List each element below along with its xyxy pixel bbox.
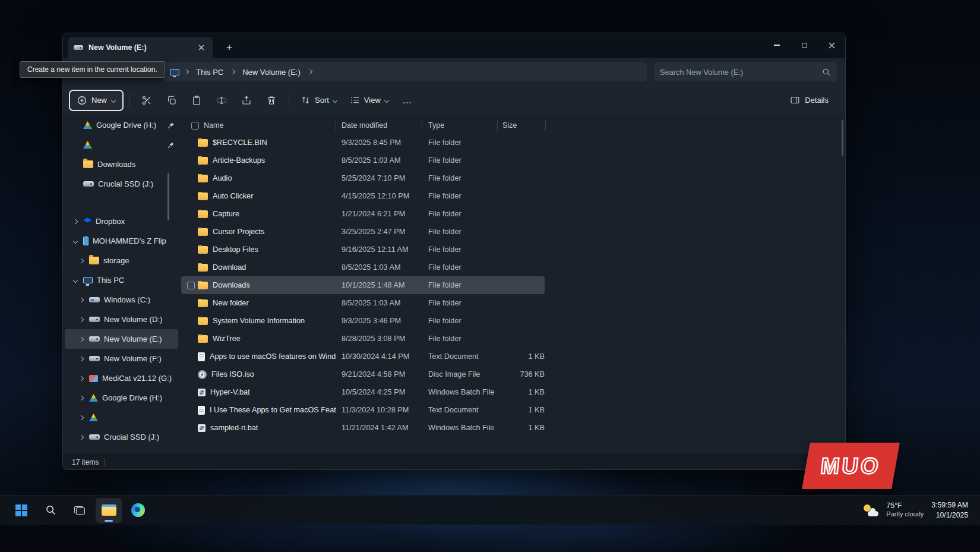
file-row[interactable]: System Volume Information 9/3/2025 3:46 … xyxy=(181,312,545,330)
taskbar-clock[interactable]: 3:59:59 AM 10/1/2025 xyxy=(931,500,968,520)
file-row[interactable]: Desktop Files 9/16/2025 12:11 AM File fo… xyxy=(181,241,545,258)
file-name: Cursor Projects xyxy=(213,228,264,236)
sort-button[interactable]: Sort xyxy=(295,90,343,111)
task-view-button[interactable] xyxy=(67,498,93,523)
taskbar-search-button[interactable] xyxy=(37,498,64,523)
column-header-size[interactable]: Size xyxy=(498,121,546,131)
new-tab-button[interactable]: + xyxy=(222,40,236,54)
file-row[interactable]: Capture 1/21/2024 6:21 PM File folder xyxy=(181,205,545,223)
file-row[interactable]: $RECYCLE.BIN 9/3/2025 8:45 PM File folde… xyxy=(181,134,545,152)
taskbar-app-button[interactable] xyxy=(125,498,151,523)
file-row[interactable]: Apps to use macOS features on Wind… 10/3… xyxy=(181,348,545,365)
cut-button[interactable] xyxy=(135,90,159,111)
tooltip: Create a new item in the current locatio… xyxy=(20,61,165,78)
start-button[interactable] xyxy=(8,498,34,523)
sidebar-item[interactable]: Windows (C:) xyxy=(65,290,178,310)
new-button[interactable]: New xyxy=(69,90,124,111)
select-all-checkbox[interactable] xyxy=(191,122,199,130)
file-date-modified: 8/28/2025 3:08 PM xyxy=(336,335,422,343)
sidebar-item[interactable]: Google Drive (H:) xyxy=(65,115,178,135)
sidebar-item[interactable]: New Volume (E:) xyxy=(65,329,178,349)
sidebar-scrollbar[interactable] xyxy=(167,173,169,220)
sidebar-item[interactable]: This PC xyxy=(65,270,178,290)
sidebar-item[interactable]: New Volume (F:) xyxy=(65,349,178,368)
sidebar-item[interactable] xyxy=(65,135,178,154)
sidebar-item[interactable]: MediCat v21.12 (G:) xyxy=(65,368,178,388)
sidebar-item[interactable]: New Volume (D:) xyxy=(65,310,178,329)
file-row[interactable]: WizTree 8/28/2025 3:08 PM File folder xyxy=(181,330,545,348)
sidebar-item[interactable]: Downloads xyxy=(65,154,178,174)
more-options-button[interactable]: … xyxy=(396,90,419,111)
sidebar-item[interactable]: MOHAMMED's Z Flip xyxy=(65,231,178,251)
column-header-date-modified[interactable]: Date modified xyxy=(336,121,422,131)
window-caption-buttons xyxy=(763,33,845,57)
file-row[interactable]: Files ISO.iso 9/21/2024 4:58 PM Disc Ima… xyxy=(181,365,545,383)
explorer-tab[interactable]: New Volume (E:) xyxy=(68,37,213,58)
chevron-icon[interactable] xyxy=(79,395,84,400)
file-row[interactable]: Article-Backups 8/5/2025 1:03 AM File fo… xyxy=(181,152,545,169)
chevron-icon[interactable] xyxy=(79,258,84,263)
file-row[interactable]: Cursor Projects 3/25/2025 2:47 PM File f… xyxy=(181,223,545,241)
sidebar-item[interactable]: Crucial SSD (J:) xyxy=(65,174,178,194)
sidebar-item[interactable]: Local Disk (K:) xyxy=(65,447,178,454)
maximize-button[interactable] xyxy=(791,33,818,57)
breadcrumb-new-volume-e[interactable]: New Volume (E:) xyxy=(240,66,303,78)
address-bar[interactable]: This PC New Volume (E:) xyxy=(163,62,647,81)
sidebar-item[interactable]: Dropbox xyxy=(65,212,178,231)
chevron-down-icon xyxy=(333,97,337,102)
search-input[interactable] xyxy=(660,68,817,77)
status-bar: 17 items xyxy=(63,454,845,469)
chevron-slot xyxy=(72,182,79,186)
search-box[interactable] xyxy=(654,62,837,81)
chevron-slot xyxy=(72,143,79,147)
file-icon xyxy=(198,246,208,254)
file-row[interactable]: I Use These Apps to Get macOS Featu… 11/… xyxy=(181,401,545,419)
view-button[interactable]: View xyxy=(344,90,394,111)
file-row[interactable]: Hyper-V.bat 10/5/2024 4:25 PM Windows Ba… xyxy=(181,383,545,401)
breadcrumb-this-pc[interactable]: This PC xyxy=(194,66,226,78)
file-row[interactable]: New folder 8/5/2025 1:03 AM File folder xyxy=(181,294,545,312)
tab-close-icon[interactable] xyxy=(196,42,207,53)
file-list-scrollbar[interactable] xyxy=(842,120,843,156)
sidebar-item-icon xyxy=(83,121,92,129)
chevron-icon[interactable] xyxy=(73,238,78,243)
chevron-icon[interactable] xyxy=(73,219,78,223)
minimize-button[interactable] xyxy=(763,33,791,57)
chevron-icon[interactable] xyxy=(79,376,84,380)
chevron-icon[interactable] xyxy=(79,356,84,361)
app-icon xyxy=(131,503,145,517)
chevron-icon[interactable] xyxy=(79,415,84,419)
chevron-icon[interactable] xyxy=(79,434,84,439)
sidebar-item[interactable]: Crucial SSD (J:) xyxy=(65,427,178,447)
sidebar-item[interactable] xyxy=(65,408,178,427)
chevron-icon[interactable] xyxy=(79,336,84,341)
weather-widget[interactable]: 75°F Partly cloudy xyxy=(886,501,924,519)
taskbar: 75°F Partly cloudy 3:59:59 AM 10/1/2025 xyxy=(0,495,980,525)
row-checkbox[interactable] xyxy=(187,282,195,289)
copy-button[interactable] xyxy=(160,90,184,111)
file-row[interactable]: Downloads 10/1/2025 1:48 AM File folder xyxy=(181,276,545,294)
file-date-modified: 10/30/2024 4:14 PM xyxy=(336,352,422,361)
share-button[interactable] xyxy=(235,90,258,111)
file-date-modified: 11/21/2024 1:42 AM xyxy=(336,424,422,432)
details-view-button[interactable]: Details xyxy=(784,90,834,111)
file-explorer-taskbar-button[interactable] xyxy=(96,498,122,523)
file-row[interactable]: Auto Clicker 4/15/2025 12:10 PM File fol… xyxy=(181,187,545,205)
paste-button[interactable] xyxy=(185,90,208,111)
chevron-icon[interactable] xyxy=(79,317,84,321)
file-row[interactable]: sampled-ri.bat 11/21/2024 1:42 AM Window… xyxy=(181,419,545,437)
delete-button[interactable] xyxy=(260,90,283,111)
file-name: $RECYCLE.BIN xyxy=(213,138,267,147)
column-header-name[interactable]: Name xyxy=(180,121,336,131)
column-header-type[interactable]: Type xyxy=(422,121,498,131)
close-button[interactable] xyxy=(818,33,845,57)
rename-button[interactable] xyxy=(210,90,233,111)
file-row[interactable]: Audio 5/25/2024 7:10 PM File folder xyxy=(181,169,545,187)
file-row[interactable]: Download 8/5/2025 1:03 AM File folder xyxy=(181,258,545,276)
breadcrumb-chevron-icon[interactable] xyxy=(308,70,312,74)
chevron-icon[interactable] xyxy=(79,297,84,302)
chevron-icon[interactable] xyxy=(73,277,78,282)
sidebar-item[interactable]: storage xyxy=(65,251,178,270)
sidebar-item[interactable]: Google Drive (H:) xyxy=(65,388,178,408)
chevron-slot xyxy=(72,279,79,282)
